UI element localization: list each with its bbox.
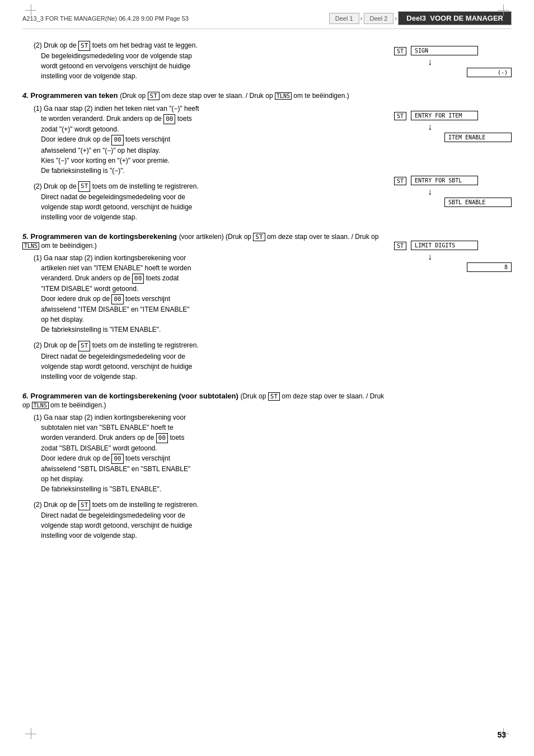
crosshair-tr — [498, 4, 509, 16]
key-00-2: 00 — [111, 135, 123, 145]
header-left-text: A213_3 FOR THE MANAGER(Ne) 06.4.28 9:00 … — [22, 15, 189, 22]
section-4-subtitle: (Druk op ST om deze stap over te slaan. … — [120, 92, 349, 100]
key-00-6-1: 00 — [156, 433, 168, 444]
left-column: (2) Druk op de ST toets om het bedrag va… — [22, 40, 388, 551]
sub-item-2-2: (2) Druk op de ST toets om het bedrag va… — [34, 40, 388, 81]
tab-deel3[interactable]: Deel3 VOOR DE MANAGER — [398, 11, 512, 25]
sub-item-4-2-text: (2) Druk op de ST toets om de instelling… — [34, 181, 388, 222]
sub-item-4-1: (1) Ga naar stap (2) indien het teken ni… — [34, 104, 388, 175]
st-key-s6: ST — [268, 392, 280, 401]
diag4-box-entry: ENTRY FOR ITEM — [411, 111, 478, 120]
crosshair-bl — [25, 728, 36, 739]
main-layout: (2) Druk op de ST toets om het bedrag va… — [22, 40, 512, 551]
section-6-header: 6. Programmeren van de kortingsberekenin… — [22, 392, 388, 410]
st-key-diag5: ST — [394, 177, 406, 185]
diag6-box-limit: LIMIT DIGITS — [411, 241, 478, 250]
diag5-box-entry: ENTRY FOR SBTL — [411, 176, 478, 185]
sub-item-2-2-text: (2) Druk op de ST toets om het bedrag va… — [34, 40, 388, 81]
key-00-5-2: 00 — [111, 294, 123, 305]
section-5: 5. Programmeren van de kortingsberekenin… — [22, 232, 388, 382]
tlns-key-s4: TLNS — [275, 92, 292, 100]
page-header: A213_3 FOR THE MANAGER(Ne) 06.4.28 9:00 … — [22, 11, 512, 29]
section-4-number: 4. — [22, 91, 29, 100]
diag5-arrow: ↓ — [428, 187, 512, 196]
section-4-header: 4. Programmeren van teken (Druk op ST om… — [22, 91, 388, 100]
tlns-key-s6: TLNS — [32, 402, 49, 409]
diag2-box-sign: SIGN — [411, 46, 478, 55]
key-00-5-1: 00 — [132, 274, 144, 284]
page-number: 53 — [497, 730, 506, 739]
st-key-s5: ST — [253, 233, 265, 241]
sub-item-6-1-text: (1) Ga naar stap (2) indien kortingsbere… — [34, 412, 388, 494]
tab-deel2[interactable]: Deel 2 — [364, 13, 394, 24]
section-4-title: Programmeren van teken — [30, 91, 118, 100]
st-key-diag4: ST — [394, 112, 406, 120]
st-key-diag6: ST — [394, 242, 406, 250]
right-column: ST SIGN ↓ (-) ST ENTRY FOR ITEM ↓ ITEM E… — [394, 40, 512, 551]
sub-item-6-1: (1) Ga naar stap (2) indien kortingsbere… — [34, 412, 388, 494]
tab-arrow2: › — [395, 15, 397, 22]
section-6-title: Programmeren van de kortingsberekening (… — [30, 392, 238, 400]
diagram-section4: ST ENTRY FOR ITEM ↓ ITEM ENABLE — [394, 111, 512, 142]
st-key-s4: ST — [148, 92, 160, 100]
st-key-s5-2: ST — [78, 341, 90, 351]
st-key-diag2: ST — [394, 47, 406, 55]
section-5-title: Programmeren van de kortingsberekening — [30, 232, 177, 241]
section-6-number: 6. — [22, 392, 29, 400]
tab-deel1[interactable]: Deel 1 — [329, 13, 359, 24]
diag5-box-sbtl-enable: SBTL ENABLE — [444, 198, 512, 207]
sub-item-4-2: (2) Druk op de ST toets om de instelling… — [34, 181, 388, 222]
section-2-sub: (2) Druk op de ST toets om het bedrag va… — [22, 40, 388, 81]
section-4: 4. Programmeren van teken (Druk op ST om… — [22, 91, 388, 222]
diagram-section2: ST SIGN ↓ (-) — [394, 46, 512, 77]
diag4-box-item-enable: ITEM ENABLE — [444, 133, 512, 142]
diag4-arrow: ↓ — [428, 123, 512, 132]
diagram-section5: ST ENTRY FOR SBTL ↓ SBTL ENABLE — [394, 176, 512, 207]
section-5-header: 5. Programmeren van de kortingsberekenin… — [22, 232, 388, 250]
section-5-number: 5. — [22, 232, 29, 241]
st-key-s6-2: ST — [78, 500, 90, 511]
key-00-6-2: 00 — [111, 454, 123, 464]
st-key-inline: ST — [78, 41, 90, 51]
sub-item-4-1-text: (1) Ga naar stap (2) indien het teken ni… — [34, 104, 388, 175]
sub-item-5-2: (2) Druk op de ST toets om de instelling… — [34, 340, 388, 381]
sub-item-5-1-text: (1) Ga naar stap (2) indien kortingsbere… — [34, 253, 388, 335]
sub-item-5-2-text: (2) Druk op de ST toets om de instelling… — [34, 340, 388, 381]
diag2-box-minus: (-) — [467, 68, 512, 77]
crosshair-tl — [25, 4, 36, 16]
section-6: 6. Programmeren van de kortingsberekenin… — [22, 392, 388, 541]
tlns-key-s5: TLNS — [22, 242, 39, 250]
sub-item-5-1: (1) Ga naar stap (2) indien kortingsbere… — [34, 253, 388, 335]
header-tabs: Deel 1 › Deel 2 › Deel3 VOOR DE MANAGER — [329, 11, 512, 25]
key-00-1: 00 — [163, 114, 175, 125]
diag6-arrow: ↓ — [428, 252, 512, 261]
page: A213_3 FOR THE MANAGER(Ne) 06.4.28 9:00 … — [0, 0, 534, 756]
sub-item-6-2-text: (2) Druk op de ST toets om de instelling… — [34, 500, 388, 541]
st-key-s4-2: ST — [78, 181, 90, 192]
diag2-arrow: ↓ — [428, 58, 512, 67]
diag6-box-8: 8 — [467, 262, 512, 272]
diagram-section6: ST LIMIT DIGITS ↓ 8 — [394, 241, 512, 272]
sub-item-6-2: (2) Druk op de ST toets om de instelling… — [34, 500, 388, 541]
tab-arrow1: › — [360, 15, 363, 22]
